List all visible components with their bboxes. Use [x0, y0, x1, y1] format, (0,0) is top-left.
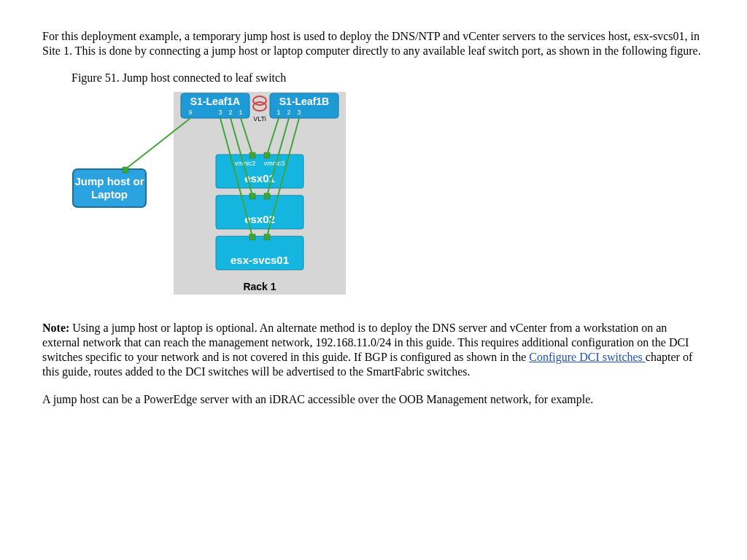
- switch-leaf1b-label: S1-Leaf1B: [279, 96, 329, 107]
- leaf1a-port-1: 1: [239, 109, 242, 116]
- closing-paragraph: A jump host can be a PowerEdge server wi…: [42, 392, 705, 407]
- switch-leaf1a-label: S1-Leaf1A: [190, 96, 240, 107]
- jump-host-line1: Jump host or: [74, 175, 144, 187]
- rack-label: Rack 1: [243, 281, 276, 292]
- leaf1b-port-3: 3: [297, 109, 301, 116]
- esx01-vmnic2-label: vmnic2: [235, 160, 256, 167]
- figure-caption: Figure 51. Jump host connected to leaf s…: [71, 71, 705, 85]
- configure-dci-switches-link[interactable]: Configure DCI switches: [529, 351, 646, 363]
- esx01-vmnic3-label: vmnic3: [264, 160, 285, 167]
- leaf1a-port-3: 3: [218, 109, 222, 116]
- note-label: Note:: [42, 322, 69, 334]
- intro-paragraph: For this deployment example, a temporary…: [42, 29, 705, 58]
- note-paragraph: Note: Using a jump host or laptop is opt…: [42, 321, 705, 379]
- figure-block: Figure 51. Jump host connected to leaf s…: [71, 71, 705, 300]
- leaf1a-port-9: 9: [188, 109, 192, 116]
- vlti-label: VLTi: [253, 115, 266, 122]
- jump-host-line2: Laptop: [91, 188, 128, 201]
- network-diagram: S1-Leaf1A 9 3 2 1 S1-Leaf1B 1 2 3 VLTi J…: [71, 89, 349, 300]
- leaf1b-port-1: 1: [276, 109, 280, 116]
- leaf1a-port-2: 2: [228, 109, 232, 116]
- host-esx-svcs01-label: esx-svcs01: [231, 254, 289, 266]
- leaf1b-port-2: 2: [287, 109, 290, 116]
